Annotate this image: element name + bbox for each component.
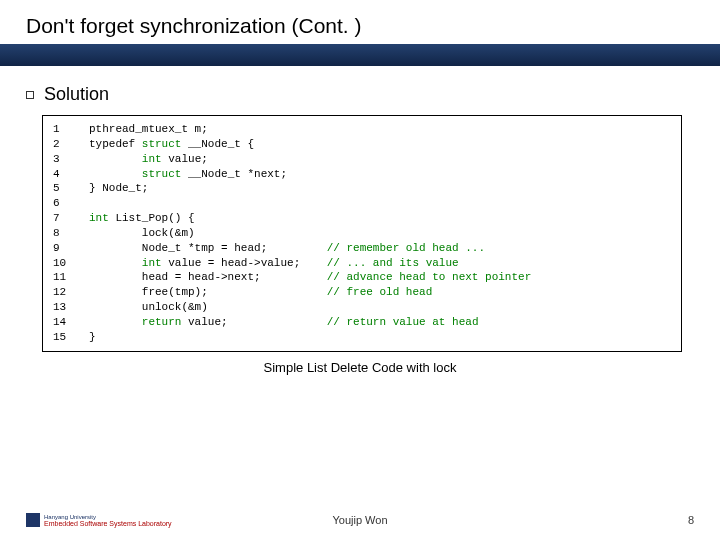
code-line: free(tmp); [89,286,327,298]
code-line: } [89,331,96,343]
code-line: value; [181,316,326,328]
code-line: } Node_t; [89,182,148,194]
comment: // ... and its value [327,257,459,269]
keyword: return [89,316,181,328]
title-bar [0,44,720,66]
section-heading: Solution [26,84,694,105]
line-numbers: 1 2 3 4 5 6 7 8 9 10 11 12 13 14 15 [53,122,89,345]
keyword: int [89,153,162,165]
code-line: typedef [89,138,142,150]
keyword: int [89,257,162,269]
code-box: 1 2 3 4 5 6 7 8 9 10 11 12 13 14 15 pthr… [42,115,682,352]
keyword: struct [142,138,182,150]
code-line: lock(&m) [89,227,195,239]
section-label: Solution [44,84,109,105]
comment: // advance head to next pointer [327,271,532,283]
code-line: List_Pop() { [109,212,195,224]
slide-title: Don't forget synchronization (Cont. ) [26,14,694,38]
logo-line2: Embedded Software Systems Laboratory [44,520,172,527]
keyword: int [89,212,109,224]
page-number: 8 [688,514,694,526]
footer-author: Youjip Won [332,514,387,526]
code-line: __Node_t { [181,138,254,150]
code-line: Node_t *tmp = head; [89,242,327,254]
comment: // remember old head ... [327,242,485,254]
logo-text: Hanyang University Embedded Software Sys… [44,514,172,527]
footer: Hanyang University Embedded Software Sys… [0,514,720,526]
code-line: value = head->value; [162,257,327,269]
footer-logo: Hanyang University Embedded Software Sys… [26,513,172,527]
title-area: Don't forget synchronization (Cont. ) [0,0,720,44]
logo-icon [26,513,40,527]
code-line: value; [162,153,208,165]
keyword: struct [89,168,181,180]
caption: Simple List Delete Code with lock [26,360,694,375]
code-line: head = head->next; [89,271,327,283]
code-line: __Node_t *next; [181,168,287,180]
slide: Don't forget synchronization (Cont. ) So… [0,0,720,540]
code-line: unlock(&m) [89,301,208,313]
comment: // free old head [327,286,433,298]
body: Solution 1 2 3 4 5 6 7 8 9 10 11 12 13 1… [0,66,720,375]
comment: // return value at head [327,316,479,328]
code-content: pthread_mtuex_t m; typedef struct __Node… [89,122,531,345]
code-line: pthread_mtuex_t m; [89,123,208,135]
bullet-icon [26,91,34,99]
